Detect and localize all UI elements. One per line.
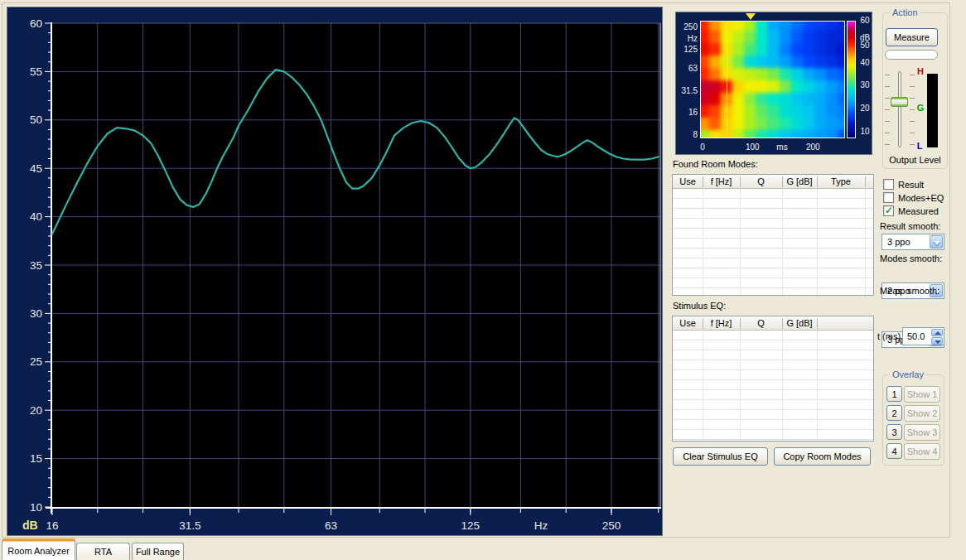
slider-tick (885, 109, 890, 110)
overlay-num-button-2[interactable]: 2 (886, 405, 902, 421)
smooth-combobox[interactable]: 3 ppo (881, 234, 944, 250)
svg-text:60: 60 (30, 17, 42, 30)
spectrogram-freq-label: 31.5 (676, 87, 698, 95)
svg-text:63: 63 (325, 519, 337, 532)
slider-tick (910, 75, 915, 75)
column-header[interactable]: Type (817, 176, 865, 187)
smooth-label: Meas. smooth: (880, 286, 939, 296)
stimulus-eq-header: Usef [Hz]QG [dB] (673, 316, 873, 331)
output-level-meter (927, 74, 938, 147)
time-window-field[interactable]: 50.0 (902, 327, 944, 345)
spectrogram-time-label: 100 (746, 143, 759, 152)
column-header[interactable]: G [dB] (782, 176, 817, 187)
slider-tick (910, 121, 915, 122)
spectrogram-freq-label: Hz (676, 35, 698, 43)
checkbox-label: Result (898, 180, 924, 190)
level-low-label: L (915, 141, 925, 151)
overlay-num-button-1[interactable]: 1 (886, 386, 902, 402)
spinner-up-icon[interactable] (931, 329, 943, 336)
colorbar-label: 60 (858, 17, 872, 25)
spectrogram-freq-label: 8 (676, 131, 698, 139)
spectrogram-panel: 250Hz1256331.51680100ms20060dB5040302010 (675, 12, 872, 155)
smooth-label: Result smooth: (880, 221, 940, 231)
svg-text:Hz: Hz (534, 519, 548, 532)
svg-text:30: 30 (30, 307, 42, 320)
checkbox-row-result[interactable]: Result (883, 179, 924, 190)
svg-text:16: 16 (46, 519, 58, 532)
checkbox-row-measured[interactable]: ✓Measured (883, 205, 939, 216)
found-room-modes-table[interactable]: Usef [Hz]QG [dB]Type (672, 174, 874, 296)
colorbar-label: 30 (858, 81, 872, 89)
tab-full-range[interactable]: Full Range (132, 543, 184, 560)
checkbox-label: Measured (898, 206, 939, 216)
stimulus-eq-table[interactable]: Usef [Hz]QG [dB] (672, 316, 874, 442)
spectrogram-freq-label: 250 (676, 23, 698, 31)
measure-progress-bar (885, 50, 938, 60)
checkbox-checked[interactable]: ✓ (883, 205, 894, 216)
svg-text:50: 50 (30, 113, 42, 126)
svg-text:125: 125 (461, 519, 481, 532)
slider-tick (885, 98, 890, 99)
slider-tick (910, 86, 915, 87)
svg-text:250: 250 (602, 519, 621, 532)
time-marker-triangle-icon[interactable] (746, 13, 756, 20)
slider-tick (885, 86, 890, 87)
spectrogram-freq-label: 125 (676, 46, 698, 54)
copy-room-modes-button[interactable]: Copy Room Modes (774, 447, 871, 466)
checkbox-unchecked[interactable] (883, 192, 894, 203)
checkbox-unchecked[interactable] (883, 179, 894, 190)
check-icon: ✓ (885, 205, 893, 216)
column-header[interactable]: Use (673, 176, 703, 187)
colorbar-label: 40 (858, 59, 872, 67)
spectrogram-time-label: ms (775, 143, 789, 152)
column-header[interactable]: Q (740, 176, 782, 187)
spectrogram-freq-label: 63 (676, 65, 698, 73)
clear-stimulus-eq-button[interactable]: Clear Stimulus EQ (673, 447, 768, 466)
overlay-num-button-3[interactable]: 3 (886, 424, 902, 440)
column-header[interactable]: Q (740, 318, 782, 329)
overlay-show-button-4[interactable]: Show 4 (904, 443, 940, 460)
smooth-label: Modes smooth: (880, 253, 942, 263)
overlay-groupbox-title: Overlay (890, 369, 926, 380)
overlay-show-button-3[interactable]: Show 3 (904, 424, 940, 441)
chevron-down-icon[interactable] (930, 235, 943, 249)
colorbar (847, 21, 856, 138)
svg-text:dB: dB (22, 519, 38, 532)
level-mid-label: G (915, 103, 925, 113)
time-window-value: 50.0 (907, 331, 925, 341)
level-high-label: H (915, 66, 925, 76)
found-room-modes-header: Usef [Hz]QG [dB]Type (673, 175, 873, 189)
measure-button[interactable]: Measure (886, 28, 938, 46)
output-level-slider-track[interactable] (898, 71, 901, 147)
svg-text:45: 45 (30, 162, 42, 175)
column-header[interactable]: f [Hz] (703, 176, 740, 187)
colorbar-label: 20 (858, 104, 872, 113)
output-level-label: Output Level (882, 155, 948, 165)
frequency-response-chart: 10152025303540455055601631.563125250HzdB (7, 7, 662, 535)
spectrogram-heatmap (700, 21, 845, 138)
svg-text:35: 35 (30, 259, 42, 272)
frequency-response-chart-panel: 10152025303540455055601631.563125250HzdB (7, 7, 663, 536)
tab-rta[interactable]: RTA (76, 543, 130, 560)
svg-text:40: 40 (30, 210, 42, 223)
column-header[interactable]: G [dB] (782, 318, 817, 329)
tab-room-analyzer[interactable]: Room Analyzer (2, 538, 75, 560)
slider-tick (885, 75, 890, 75)
svg-text:20: 20 (30, 404, 42, 417)
slider-tick (910, 98, 915, 99)
combo-value: 3 ppo (887, 237, 910, 247)
spinner-down-icon[interactable] (931, 337, 943, 345)
svg-text:31.5: 31.5 (179, 519, 200, 532)
checkbox-row-modes-eq[interactable]: Modes+EQ (883, 192, 944, 203)
spectrogram-time-label: 200 (806, 143, 819, 152)
output-level-slider-thumb[interactable] (891, 97, 908, 107)
overlay-num-button-4[interactable]: 4 (886, 443, 902, 459)
spectrogram-time-label: 0 (696, 143, 709, 152)
column-header[interactable]: f [Hz] (703, 318, 740, 329)
slider-tick (885, 144, 890, 145)
column-header[interactable]: Use (673, 318, 703, 329)
overlay-show-button-2[interactable]: Show 2 (904, 405, 940, 422)
overlay-show-button-1[interactable]: Show 1 (904, 386, 940, 403)
slider-tick (885, 133, 890, 133)
svg-text:15: 15 (30, 452, 42, 465)
